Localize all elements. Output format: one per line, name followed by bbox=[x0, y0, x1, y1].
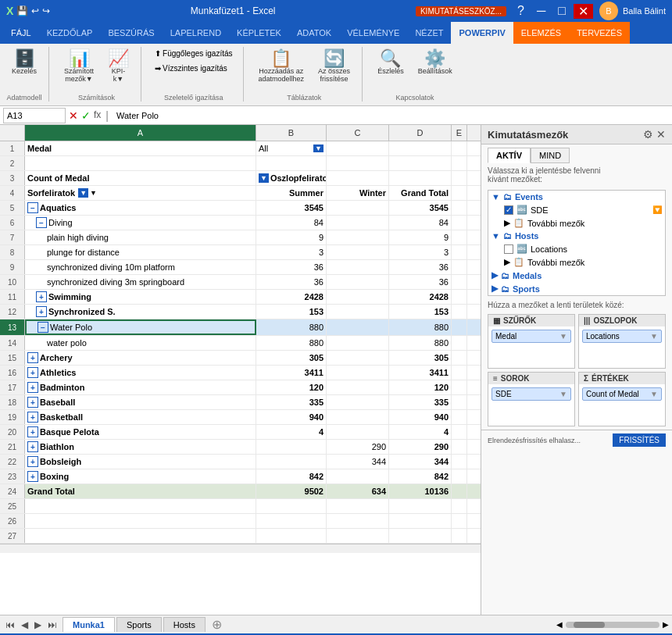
cell-b26[interactable] bbox=[256, 514, 327, 528]
locations-chip[interactable]: Locations ▼ bbox=[582, 330, 662, 343]
basque-expand[interactable]: + bbox=[27, 426, 38, 437]
bobsleigh-expand[interactable]: + bbox=[27, 456, 38, 467]
cell-c3[interactable] bbox=[327, 171, 389, 185]
cell-d6[interactable]: 84 bbox=[389, 216, 452, 230]
cell-b5[interactable]: 3545 bbox=[256, 201, 327, 215]
vizszintes-igazitas-btn[interactable]: ➡ Vízszintes igazítás bbox=[151, 62, 231, 75]
cell-c9[interactable] bbox=[327, 260, 389, 274]
field-group-events[interactable]: ▼ 🗂 Events bbox=[488, 191, 665, 203]
cell-b4[interactable]: Summer bbox=[256, 186, 327, 200]
tab-aktiv[interactable]: AKTÍV bbox=[488, 148, 531, 163]
h-scrollbar-track[interactable] bbox=[566, 622, 659, 628]
count-medal-chip[interactable]: Count of Medal ▼ bbox=[582, 387, 662, 401]
tab-beszuras[interactable]: BESZÚRÁS bbox=[100, 22, 162, 44]
tab-kepteletek[interactable]: KÉPLETEK bbox=[229, 22, 289, 44]
cell-c15[interactable] bbox=[327, 351, 389, 365]
cell-c11[interactable] bbox=[327, 290, 389, 304]
locations-chip-arrow[interactable]: ▼ bbox=[650, 332, 658, 341]
cell-b7[interactable]: 9 bbox=[256, 230, 327, 244]
eszleles-btn[interactable]: 🔍 Észlelés bbox=[372, 47, 409, 78]
cell-c4[interactable]: Winter bbox=[327, 186, 389, 200]
cell-d21[interactable]: 290 bbox=[389, 440, 452, 454]
cell-a5[interactable]: −Aquatics bbox=[25, 201, 256, 215]
maximize-btn[interactable]: □ bbox=[553, 4, 570, 18]
cell-d20[interactable]: 4 bbox=[389, 425, 452, 439]
cell-d14[interactable]: 880 bbox=[389, 336, 452, 350]
sheet-nav-prev[interactable]: ◀ bbox=[19, 619, 30, 630]
quick-access-save[interactable]: 💾 bbox=[16, 5, 28, 16]
tab-mind[interactable]: MIND bbox=[531, 148, 570, 163]
sheet-tab-sports[interactable]: Sports bbox=[116, 617, 162, 632]
cell-e14[interactable] bbox=[452, 336, 467, 350]
tab-lapelrend[interactable]: LAPELREND bbox=[163, 22, 229, 44]
cell-e17[interactable] bbox=[452, 380, 467, 394]
beallitasok-btn[interactable]: ⚙️ Beállítások bbox=[413, 47, 458, 78]
cell-d15[interactable]: 305 bbox=[389, 351, 452, 365]
cell-b10[interactable]: 36 bbox=[256, 275, 327, 289]
cell-b12[interactable]: 153 bbox=[256, 305, 327, 319]
redo-btn[interactable]: ↪ bbox=[42, 5, 50, 16]
refresh-button[interactable]: FRISSÍTÉS bbox=[613, 433, 666, 447]
tab-powerpiv[interactable]: POWERPIV bbox=[451, 22, 513, 44]
cell-a1[interactable]: Medal bbox=[25, 141, 256, 155]
cell-a22[interactable]: +Bobsleigh bbox=[25, 455, 256, 469]
cell-c27[interactable] bbox=[327, 529, 389, 543]
cell-e15[interactable] bbox=[452, 351, 467, 365]
cell-b6[interactable]: 84 bbox=[256, 216, 327, 230]
cell-b11[interactable]: 2428 bbox=[256, 290, 327, 304]
hozzaadas-btn[interactable]: 📋 Hozzáadás azadatmodellhez bbox=[253, 47, 310, 86]
col-header-c[interactable]: C bbox=[327, 125, 389, 141]
scroll-right-btn[interactable]: ▶ bbox=[663, 620, 669, 629]
cell-a9[interactable]: synchronized diving 10m platform bbox=[25, 260, 256, 274]
cell-d17[interactable]: 120 bbox=[389, 380, 452, 394]
col-header-d[interactable]: D bbox=[389, 125, 452, 141]
cell-e8[interactable] bbox=[452, 245, 467, 259]
fuggoleges-igazitas-btn[interactable]: ⬆ Függőleges igazítás bbox=[151, 47, 237, 60]
confirm-formula-icon[interactable]: ✓ bbox=[81, 109, 91, 122]
cell-b3[interactable]: ▼Oszlopfeliratok▼ bbox=[256, 171, 327, 185]
szamitott-btn[interactable]: 📊 Számítottmezők▼ bbox=[59, 47, 99, 86]
cell-d23[interactable]: 842 bbox=[389, 469, 452, 483]
cell-e5[interactable] bbox=[452, 201, 467, 215]
cell-e18[interactable] bbox=[452, 395, 467, 409]
cell-b18[interactable]: 335 bbox=[256, 395, 327, 409]
cell-b17[interactable]: 120 bbox=[256, 380, 327, 394]
cell-c20[interactable] bbox=[327, 425, 389, 439]
cell-a10[interactable]: synchronized diving 3m springboard bbox=[25, 275, 256, 289]
cell-d7[interactable]: 9 bbox=[389, 230, 452, 244]
field-group-hosts[interactable]: ▼ 🗂 Hosts bbox=[488, 230, 665, 242]
biathlon-expand[interactable]: + bbox=[27, 441, 38, 452]
sde-chip[interactable]: SDE ▼ bbox=[491, 387, 571, 401]
cell-e2[interactable] bbox=[452, 156, 467, 170]
cell-b23[interactable]: 842 bbox=[256, 469, 327, 483]
cell-d18[interactable]: 335 bbox=[389, 395, 452, 409]
basketball-expand[interactable]: + bbox=[27, 412, 38, 423]
cell-a11[interactable]: +Swimming bbox=[25, 290, 256, 304]
cell-b14[interactable]: 880 bbox=[256, 336, 327, 350]
sheet-nav-first[interactable]: ⏮ bbox=[3, 619, 17, 630]
frissites-btn[interactable]: 🔄 Az összesfrissítése bbox=[313, 47, 356, 86]
cell-a26[interactable] bbox=[25, 514, 256, 528]
cell-c26[interactable] bbox=[327, 514, 389, 528]
cell-d9[interactable]: 36 bbox=[389, 260, 452, 274]
aquatics-expand[interactable]: − bbox=[27, 202, 38, 213]
field-group-sports[interactable]: ▶ 🗂 Sports bbox=[488, 282, 665, 295]
sde-checkbox[interactable]: ✓ bbox=[504, 205, 513, 215]
cell-a18[interactable]: +Baseball bbox=[25, 395, 256, 409]
sde-chip-arrow[interactable]: ▼ bbox=[559, 390, 567, 398]
cell-e25[interactable] bbox=[452, 499, 467, 513]
cell-a20[interactable]: +Basque Pelota bbox=[25, 425, 256, 439]
cell-b16[interactable]: 3411 bbox=[256, 366, 327, 380]
cell-d27[interactable] bbox=[389, 529, 452, 543]
cell-c13[interactable] bbox=[327, 319, 389, 335]
cell-a27[interactable] bbox=[25, 529, 256, 543]
sheet-nav-next[interactable]: ▶ bbox=[32, 619, 44, 630]
cell-c16[interactable] bbox=[327, 366, 389, 380]
cell-b8[interactable]: 3 bbox=[256, 245, 327, 259]
tab-elemzes[interactable]: ELEMZÉS bbox=[513, 22, 569, 44]
cell-e24[interactable] bbox=[452, 484, 467, 498]
cell-b19[interactable]: 940 bbox=[256, 410, 327, 424]
cell-c7[interactable] bbox=[327, 230, 389, 244]
cell-d5[interactable]: 3545 bbox=[389, 201, 452, 215]
cell-e27[interactable] bbox=[452, 529, 467, 543]
